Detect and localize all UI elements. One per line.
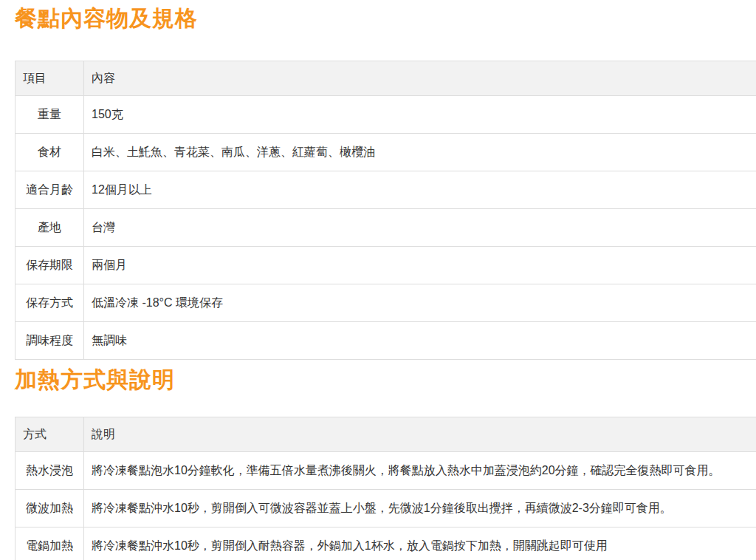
- product-description: 餐點內容物及規格 項目 內容 重量 150克 食材 白米、土魠魚、青花菜、南瓜、…: [0, 0, 756, 560]
- row-value-weight: 150克: [84, 95, 756, 133]
- row-value-age: 12個月以上: [84, 171, 756, 208]
- table-row: 食材 白米、土魠魚、青花菜、南瓜、洋蔥、紅蘿蔔、橄欖油: [16, 133, 756, 171]
- row-value-microwave: 將冷凍餐點沖水10秒，剪開倒入可微波容器並蓋上小盤，先微波1分鐘後取出攪拌，再續…: [84, 490, 756, 527]
- row-label-age: 適合月齡: [16, 171, 84, 208]
- heating-col-description: 說明: [84, 417, 756, 452]
- table-row: 電鍋加熱 將冷凍餐點沖水10秒，剪開倒入耐熱容器，外鍋加入1杯水，放入電鍋按下加…: [16, 527, 756, 560]
- spec-table: 項目 內容 重量 150克 食材 白米、土魠魚、青花菜、南瓜、洋蔥、紅蘿蔔、橄欖…: [15, 61, 756, 360]
- spec-col-content: 內容: [84, 61, 756, 95]
- heating-col-method: 方式: [16, 417, 84, 452]
- table-row: 熱水浸泡 將冷凍餐點泡水10分鐘軟化，準備五倍水量煮沸後關火，將餐點放入熱水中加…: [16, 452, 756, 490]
- row-value-seasoning: 無調味: [84, 321, 756, 359]
- row-label-rice-cooker: 電鍋加熱: [16, 527, 84, 560]
- row-value-ingredients: 白米、土魠魚、青花菜、南瓜、洋蔥、紅蘿蔔、橄欖油: [84, 133, 756, 171]
- table-header-row: 項目 內容: [16, 61, 756, 95]
- table-row: 微波加熱 將冷凍餐點沖水10秒，剪開倒入可微波容器並蓋上小盤，先微波1分鐘後取出…: [16, 490, 756, 527]
- table-row: 產地 台灣: [16, 208, 756, 246]
- table-row: 保存方式 低溫冷凍 -18°C 環境保存: [16, 284, 756, 321]
- row-label-ingredients: 食材: [16, 133, 84, 171]
- row-value-hot-water: 將冷凍餐點泡水10分鐘軟化，準備五倍水量煮沸後關火，將餐點放入熱水中加蓋浸泡約2…: [84, 452, 756, 490]
- row-value-storage: 低溫冷凍 -18°C 環境保存: [84, 284, 756, 321]
- table-row: 調味程度 無調味: [16, 321, 756, 359]
- row-value-origin: 台灣: [84, 208, 756, 246]
- row-label-shelf-life: 保存期限: [16, 246, 84, 284]
- table-header-row: 方式 說明: [16, 417, 756, 452]
- heating-table: 方式 說明 熱水浸泡 將冷凍餐點泡水10分鐘軟化，準備五倍水量煮沸後關火，將餐點…: [15, 417, 756, 560]
- row-label-microwave: 微波加熱: [16, 490, 84, 527]
- table-row: 重量 150克: [16, 95, 756, 133]
- row-value-rice-cooker: 將冷凍餐點沖水10秒，剪開倒入耐熱容器，外鍋加入1杯水，放入電鍋按下加熱，開關跳…: [84, 527, 756, 560]
- table-row: 適合月齡 12個月以上: [16, 171, 756, 208]
- row-label-storage: 保存方式: [16, 284, 84, 321]
- table-row: 保存期限 兩個月: [16, 246, 756, 284]
- row-label-origin: 產地: [16, 208, 84, 246]
- section-heading-contents: 餐點內容物及規格: [15, 4, 756, 33]
- row-label-hot-water: 熱水浸泡: [16, 452, 84, 490]
- spec-col-item: 項目: [16, 61, 84, 95]
- row-label-seasoning: 調味程度: [16, 321, 84, 359]
- row-value-shelf-life: 兩個月: [84, 246, 756, 284]
- row-label-weight: 重量: [16, 95, 84, 133]
- section-heading-heating: 加熱方式與說明: [15, 366, 756, 394]
